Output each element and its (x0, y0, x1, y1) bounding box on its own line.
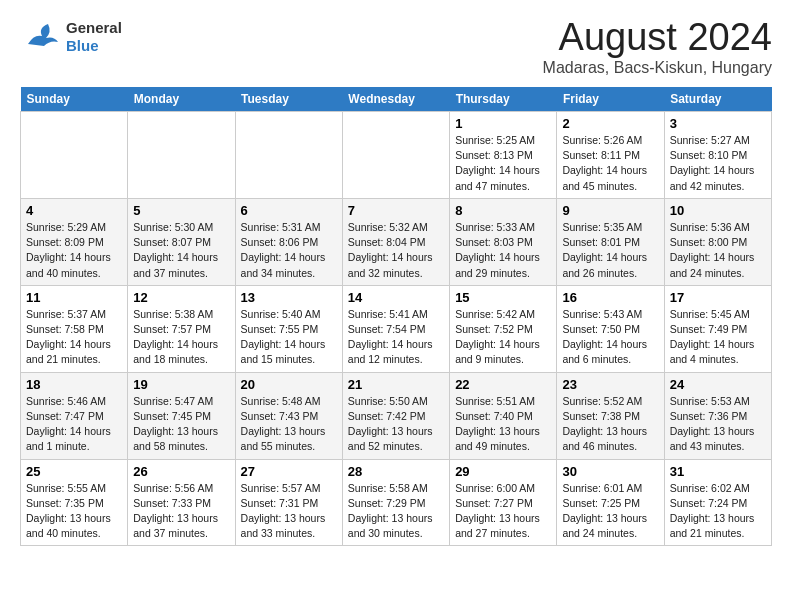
date-number: 5 (133, 203, 229, 218)
cell-info: Sunrise: 5:25 AM Sunset: 8:13 PM Dayligh… (455, 133, 551, 194)
day-header-thursday: Thursday (450, 87, 557, 112)
cell-info: Sunrise: 5:41 AM Sunset: 7:54 PM Dayligh… (348, 307, 444, 368)
calendar-week-2: 4Sunrise: 5:29 AM Sunset: 8:09 PM Daylig… (21, 198, 772, 285)
calendar-cell: 11Sunrise: 5:37 AM Sunset: 7:58 PM Dayli… (21, 285, 128, 372)
date-number: 15 (455, 290, 551, 305)
page-header: GeneralBlue August 2024 Madaras, Bacs-Ki… (20, 16, 772, 77)
cell-info: Sunrise: 5:45 AM Sunset: 7:49 PM Dayligh… (670, 307, 766, 368)
cell-info: Sunrise: 6:02 AM Sunset: 7:24 PM Dayligh… (670, 481, 766, 542)
date-number: 26 (133, 464, 229, 479)
calendar-cell: 28Sunrise: 5:58 AM Sunset: 7:29 PM Dayli… (342, 459, 449, 546)
page-subtitle: Madaras, Bacs-Kiskun, Hungary (543, 59, 772, 77)
cell-info: Sunrise: 5:26 AM Sunset: 8:11 PM Dayligh… (562, 133, 658, 194)
cell-info: Sunrise: 5:38 AM Sunset: 7:57 PM Dayligh… (133, 307, 229, 368)
calendar-week-1: 1Sunrise: 5:25 AM Sunset: 8:13 PM Daylig… (21, 112, 772, 199)
calendar-cell: 16Sunrise: 5:43 AM Sunset: 7:50 PM Dayli… (557, 285, 664, 372)
calendar-cell (342, 112, 449, 199)
calendar-header: SundayMondayTuesdayWednesdayThursdayFrid… (21, 87, 772, 112)
calendar-cell: 15Sunrise: 5:42 AM Sunset: 7:52 PM Dayli… (450, 285, 557, 372)
calendar-cell: 8Sunrise: 5:33 AM Sunset: 8:03 PM Daylig… (450, 198, 557, 285)
date-number: 20 (241, 377, 337, 392)
calendar-cell: 13Sunrise: 5:40 AM Sunset: 7:55 PM Dayli… (235, 285, 342, 372)
calendar-cell: 6Sunrise: 5:31 AM Sunset: 8:06 PM Daylig… (235, 198, 342, 285)
title-area: August 2024 Madaras, Bacs-Kiskun, Hungar… (543, 16, 772, 77)
date-number: 28 (348, 464, 444, 479)
calendar-cell (21, 112, 128, 199)
cell-info: Sunrise: 5:46 AM Sunset: 7:47 PM Dayligh… (26, 394, 122, 455)
calendar-cell: 30Sunrise: 6:01 AM Sunset: 7:25 PM Dayli… (557, 459, 664, 546)
day-header-saturday: Saturday (664, 87, 771, 112)
date-number: 12 (133, 290, 229, 305)
cell-info: Sunrise: 5:53 AM Sunset: 7:36 PM Dayligh… (670, 394, 766, 455)
calendar-cell: 26Sunrise: 5:56 AM Sunset: 7:33 PM Dayli… (128, 459, 235, 546)
cell-info: Sunrise: 5:33 AM Sunset: 8:03 PM Dayligh… (455, 220, 551, 281)
date-number: 30 (562, 464, 658, 479)
date-number: 25 (26, 464, 122, 479)
calendar-cell: 17Sunrise: 5:45 AM Sunset: 7:49 PM Dayli… (664, 285, 771, 372)
cell-info: Sunrise: 5:37 AM Sunset: 7:58 PM Dayligh… (26, 307, 122, 368)
date-number: 8 (455, 203, 551, 218)
cell-info: Sunrise: 5:51 AM Sunset: 7:40 PM Dayligh… (455, 394, 551, 455)
page-title: August 2024 (543, 16, 772, 59)
logo-svg (20, 16, 62, 58)
date-number: 31 (670, 464, 766, 479)
cell-info: Sunrise: 5:52 AM Sunset: 7:38 PM Dayligh… (562, 394, 658, 455)
date-number: 22 (455, 377, 551, 392)
calendar-cell: 25Sunrise: 5:55 AM Sunset: 7:35 PM Dayli… (21, 459, 128, 546)
cell-info: Sunrise: 5:42 AM Sunset: 7:52 PM Dayligh… (455, 307, 551, 368)
cell-info: Sunrise: 5:58 AM Sunset: 7:29 PM Dayligh… (348, 481, 444, 542)
calendar-week-5: 25Sunrise: 5:55 AM Sunset: 7:35 PM Dayli… (21, 459, 772, 546)
calendar-cell: 2Sunrise: 5:26 AM Sunset: 8:11 PM Daylig… (557, 112, 664, 199)
calendar-cell: 1Sunrise: 5:25 AM Sunset: 8:13 PM Daylig… (450, 112, 557, 199)
logo: GeneralBlue (20, 16, 122, 58)
calendar-cell: 24Sunrise: 5:53 AM Sunset: 7:36 PM Dayli… (664, 372, 771, 459)
calendar-cell: 23Sunrise: 5:52 AM Sunset: 7:38 PM Dayli… (557, 372, 664, 459)
calendar-cell: 18Sunrise: 5:46 AM Sunset: 7:47 PM Dayli… (21, 372, 128, 459)
date-number: 13 (241, 290, 337, 305)
cell-info: Sunrise: 5:47 AM Sunset: 7:45 PM Dayligh… (133, 394, 229, 455)
date-number: 7 (348, 203, 444, 218)
date-number: 17 (670, 290, 766, 305)
calendar-cell: 27Sunrise: 5:57 AM Sunset: 7:31 PM Dayli… (235, 459, 342, 546)
cell-info: Sunrise: 6:00 AM Sunset: 7:27 PM Dayligh… (455, 481, 551, 542)
day-header-friday: Friday (557, 87, 664, 112)
date-number: 19 (133, 377, 229, 392)
day-header-sunday: Sunday (21, 87, 128, 112)
cell-info: Sunrise: 5:56 AM Sunset: 7:33 PM Dayligh… (133, 481, 229, 542)
cell-info: Sunrise: 5:57 AM Sunset: 7:31 PM Dayligh… (241, 481, 337, 542)
calendar-cell: 29Sunrise: 6:00 AM Sunset: 7:27 PM Dayli… (450, 459, 557, 546)
cell-info: Sunrise: 5:32 AM Sunset: 8:04 PM Dayligh… (348, 220, 444, 281)
calendar-week-3: 11Sunrise: 5:37 AM Sunset: 7:58 PM Dayli… (21, 285, 772, 372)
calendar-cell: 20Sunrise: 5:48 AM Sunset: 7:43 PM Dayli… (235, 372, 342, 459)
calendar-cell: 7Sunrise: 5:32 AM Sunset: 8:04 PM Daylig… (342, 198, 449, 285)
cell-info: Sunrise: 5:31 AM Sunset: 8:06 PM Dayligh… (241, 220, 337, 281)
calendar-cell: 12Sunrise: 5:38 AM Sunset: 7:57 PM Dayli… (128, 285, 235, 372)
date-number: 10 (670, 203, 766, 218)
cell-info: Sunrise: 5:48 AM Sunset: 7:43 PM Dayligh… (241, 394, 337, 455)
date-number: 9 (562, 203, 658, 218)
cell-info: Sunrise: 6:01 AM Sunset: 7:25 PM Dayligh… (562, 481, 658, 542)
date-number: 2 (562, 116, 658, 131)
day-header-wednesday: Wednesday (342, 87, 449, 112)
calendar-cell: 9Sunrise: 5:35 AM Sunset: 8:01 PM Daylig… (557, 198, 664, 285)
date-number: 4 (26, 203, 122, 218)
calendar-cell: 19Sunrise: 5:47 AM Sunset: 7:45 PM Dayli… (128, 372, 235, 459)
date-number: 29 (455, 464, 551, 479)
day-header-tuesday: Tuesday (235, 87, 342, 112)
cell-info: Sunrise: 5:50 AM Sunset: 7:42 PM Dayligh… (348, 394, 444, 455)
cell-info: Sunrise: 5:43 AM Sunset: 7:50 PM Dayligh… (562, 307, 658, 368)
calendar-cell: 31Sunrise: 6:02 AM Sunset: 7:24 PM Dayli… (664, 459, 771, 546)
cell-info: Sunrise: 5:27 AM Sunset: 8:10 PM Dayligh… (670, 133, 766, 194)
calendar-cell: 14Sunrise: 5:41 AM Sunset: 7:54 PM Dayli… (342, 285, 449, 372)
calendar-cell: 10Sunrise: 5:36 AM Sunset: 8:00 PM Dayli… (664, 198, 771, 285)
cell-info: Sunrise: 5:36 AM Sunset: 8:00 PM Dayligh… (670, 220, 766, 281)
calendar-week-4: 18Sunrise: 5:46 AM Sunset: 7:47 PM Dayli… (21, 372, 772, 459)
calendar-cell: 3Sunrise: 5:27 AM Sunset: 8:10 PM Daylig… (664, 112, 771, 199)
calendar-cell: 4Sunrise: 5:29 AM Sunset: 8:09 PM Daylig… (21, 198, 128, 285)
calendar-cell: 5Sunrise: 5:30 AM Sunset: 8:07 PM Daylig… (128, 198, 235, 285)
cell-info: Sunrise: 5:55 AM Sunset: 7:35 PM Dayligh… (26, 481, 122, 542)
logo-text: GeneralBlue (66, 19, 122, 55)
calendar-cell: 21Sunrise: 5:50 AM Sunset: 7:42 PM Dayli… (342, 372, 449, 459)
date-number: 27 (241, 464, 337, 479)
cell-info: Sunrise: 5:40 AM Sunset: 7:55 PM Dayligh… (241, 307, 337, 368)
